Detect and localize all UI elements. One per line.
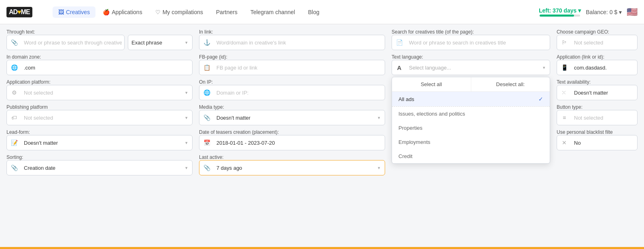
balance-chevron: ▾ [619,9,622,15]
media-type-field[interactable]: 📎 Doesn't matter ▾ [199,110,385,125]
lang-item-all-ads[interactable]: All ads ✓ [392,92,550,106]
pub-platform-icon: 🏷 [7,114,21,121]
nav-partners-label: Partners [216,9,237,15]
nav-compilations[interactable]: ♡ My compilations [150,6,209,18]
text-avail-icon: ⛌ [557,89,572,96]
fb-page-field: 📋 [199,60,385,75]
publishing-platform-field[interactable]: 🏷 Not selected ▾ [6,110,193,125]
select-all-btn[interactable]: Select all [392,77,471,91]
nav-blog-label: Blog [308,9,319,15]
sorting-icon: 📎 [7,165,21,171]
exact-phrase-label: Exact phrase [128,40,181,46]
progress-bar-fill [540,15,574,17]
domain-zone-label: In domain zone: [6,54,193,60]
application-link-value: com.dasdasd. [572,65,637,71]
button-type-icon: ≡ [557,114,572,121]
through-text-input[interactable] [21,40,124,46]
nav-applications[interactable]: 🍎 Applications [97,6,148,18]
in-link-input[interactable] [214,40,385,46]
personal-blacklist-value: No [572,140,637,146]
lang-item-credit[interactable]: Credit [392,149,550,163]
choose-geo-field[interactable]: 🏳 Not selected [557,35,638,50]
search-title-group: Search for creatives title (of the page)… [392,29,550,50]
app-platform-value: Not selected [21,90,181,96]
lang-item-employments[interactable]: Employments [392,135,550,149]
applications-icon: 🍎 [103,9,110,15]
media-type-value: Doesn't matter [214,115,373,121]
exact-phrase-chevron: ▾ [181,40,192,45]
deselect-all-btn[interactable]: Deselect all: [471,77,550,91]
last-active-group: Last active: 📎 7 days ago ▾ [199,154,385,175]
text-language-label: Text language: [392,54,550,60]
fb-page-input[interactable] [214,65,385,71]
last-active-chevron: ▾ [373,165,385,171]
chevron-down-icon: ▾ [578,7,581,14]
app-platform-chevron: ▾ [181,90,192,95]
button-type-label: Button type: [557,104,638,110]
choose-geo-label: Choose campaign GEO: [557,29,638,35]
search-title-input[interactable] [407,40,550,46]
page-wrap: AD♥ME 🖼 Creatives 🍎 Applications ♡ My co… [0,0,644,249]
nav-creatives[interactable]: 🖼 Creatives [53,6,95,18]
date-teasers-group: Date of teasers creation (placement): 📅 … [199,129,385,150]
lang-item-issues[interactable]: Issues, elections and politics [392,107,550,121]
filter-row-2: In domain zone: 🌐 FB-page (id): 📋 Text l… [0,54,644,79]
nav-items: 🖼 Creatives 🍎 Applications ♡ My compilat… [53,6,536,18]
text-availability-group: Text availability: ⛌ Doesn't matter [557,79,638,100]
lead-form-group: Lead-form: 📝 Doesn't matter ▾ [6,129,193,150]
nav-telegram[interactable]: Telegram channel [245,6,301,18]
date-teasers-field[interactable]: 📅 2018-01-01 - 2023-07-20 [199,135,385,150]
search-title-label: Search for creatives title (of the page)… [392,29,550,35]
exact-phrase-dropdown[interactable]: Exact phrase ▾ [128,35,193,50]
days-left-label: Left: 370 days ▾ [539,7,581,14]
nav-blog[interactable]: Blog [302,6,325,18]
personal-blacklist-field[interactable]: ✕ No [557,135,638,150]
domain-zone-field: 🌐 [6,60,193,75]
bottom-bar [0,247,644,249]
text-language-field[interactable]: A Select language... ▾ [392,60,550,75]
logo: AD♥ME [6,7,43,17]
flag[interactable]: 🇺🇸 [627,7,638,17]
through-text-row: 📎 Exact phrase ▾ [6,35,193,50]
last-active-icon: 📎 [199,165,214,171]
media-type-label: Media type: [199,104,385,110]
button-type-group: Button type: ≡ Not selected [557,104,638,125]
button-type-field[interactable]: ≡ Not selected [557,110,638,125]
lang-item-properties[interactable]: Properties [392,121,550,135]
sorting-group: Sorting: 📎 Creation date ▾ [6,154,193,175]
lead-form-field[interactable]: 📝 Doesn't matter ▾ [6,135,193,150]
domain-zone-input[interactable] [21,65,192,71]
on-ip-field: 🌐 [199,85,385,100]
progress-bar [540,15,580,17]
anchor-icon: ⚓ [199,39,214,46]
date-teasers-value: 2018-01-01 - 2023-07-20 [214,140,385,146]
header: AD♥ME 🖼 Creatives 🍎 Applications ♡ My co… [0,0,644,24]
balance[interactable]: Balance: 0 $ ▾ [586,9,622,15]
blacklist-icon: ✕ [557,139,572,146]
text-lang-icon: A [392,64,407,71]
checkmark-icon: ✓ [538,96,543,102]
on-ip-group: On IP: 🌐 [199,79,385,100]
app-platform-group: Application platform: ⚙ Not selected ▾ [6,79,193,100]
publishing-platform-label: Publishing platform [6,104,193,110]
through-text-input-wrap: 📎 [6,35,125,50]
personal-blacklist-label: Use personal blacklist filte [557,129,638,135]
personal-blacklist-group: Use personal blacklist filte ✕ No [557,129,638,150]
nav-telegram-label: Telegram channel [250,9,295,15]
text-lang-chevron: ▾ [538,65,550,70]
on-ip-input[interactable] [214,90,385,96]
nav-partners[interactable]: Partners [210,6,243,18]
app-platform-field[interactable]: ⚙ Not selected ▾ [6,85,193,100]
fb-page-label: FB-page (id): [199,54,385,60]
days-left[interactable]: Left: 370 days ▾ [539,7,581,17]
publishing-platform-value: Not selected [21,115,181,121]
media-type-chevron: ▾ [373,115,385,120]
fb-page-group: FB-page (id): 📋 [199,54,385,75]
last-active-field[interactable]: 📎 7 days ago ▾ [199,160,385,175]
text-availability-field[interactable]: ⛌ Doesn't matter [557,85,638,100]
paperclip-icon: 📎 [7,39,21,46]
geo-icon: 🏳 [557,39,572,46]
globe-icon: 🌐 [7,64,21,71]
sorting-field[interactable]: 📎 Creation date ▾ [6,160,193,175]
choose-geo-value: Not selected [572,40,637,46]
